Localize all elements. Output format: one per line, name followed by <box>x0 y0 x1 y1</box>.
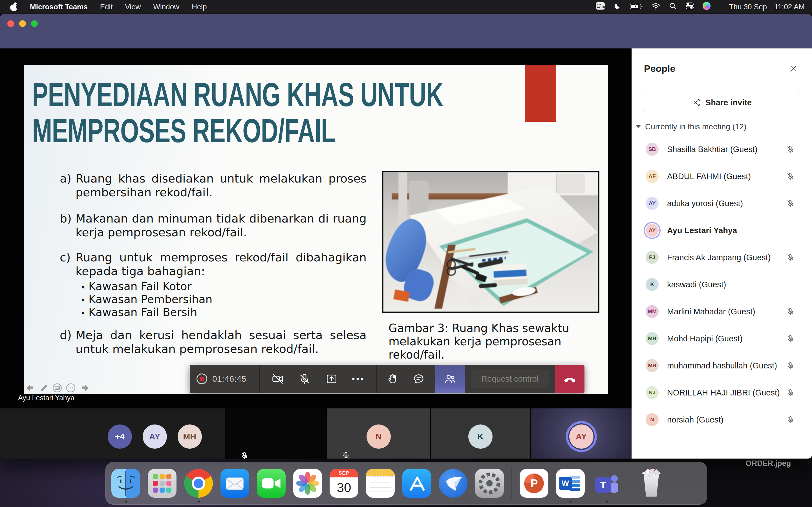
participant-avatar: N <box>646 413 659 426</box>
dock-item-launchpad[interactable] <box>148 469 176 498</box>
dock-item-calendar[interactable]: SEP30 <box>329 469 358 498</box>
dock-item-notes[interactable] <box>366 469 395 498</box>
menu-item-help[interactable]: Help <box>192 3 207 11</box>
dock-item-finder[interactable] <box>111 469 140 498</box>
dock-item-app-store[interactable] <box>402 469 431 498</box>
menu-item-edit[interactable]: Edit <box>100 3 113 11</box>
slide-title: PENYEDIAAN RUANG KHAS UNTUK MEMPROSES RE… <box>32 76 443 149</box>
status-icons: ⌘ <box>596 2 719 12</box>
menu-item-view[interactable]: View <box>125 3 141 11</box>
participant-avatar: AF <box>646 170 659 183</box>
raise-hand-button[interactable] <box>384 370 402 388</box>
participant-name: Ayu Lestari Yahya <box>667 226 737 235</box>
input-source-icon[interactable]: ⌘ <box>596 2 605 10</box>
menu-bar-clock[interactable]: Thu 30 Sep 11:02 AM <box>729 3 805 11</box>
running-indicator-dot <box>606 501 608 503</box>
close-window-button[interactable] <box>7 20 14 27</box>
participant-name: kaswadi (Guest) <box>667 280 726 289</box>
mic-off-button[interactable] <box>296 370 313 388</box>
dock-item-settings[interactable] <box>475 469 504 498</box>
presenter-annotation-toolbar <box>26 383 89 393</box>
request-control-button[interactable]: Request control <box>471 370 549 388</box>
participant-row[interactable]: NJNORILLAH HAJI JIBRI (Guest) <box>631 379 812 406</box>
hang-up-icon <box>562 372 577 386</box>
dock-item-teams[interactable]: T <box>592 469 621 498</box>
previous-slide-icon[interactable] <box>26 384 36 392</box>
slide-item-label: d) <box>60 328 75 356</box>
more-tools-icon[interactable] <box>66 383 75 393</box>
active-app-menu[interactable]: Microsoft Teams <box>30 3 88 11</box>
participant-mic-muted <box>786 388 795 397</box>
pen-icon[interactable] <box>40 383 49 392</box>
dock-item-trash[interactable] <box>637 469 666 498</box>
participant-mic-muted <box>786 334 795 343</box>
chat-button[interactable] <box>410 370 428 388</box>
slide-sub-bullet: Kawasan Pembersihan <box>75 293 366 306</box>
wifi-icon[interactable] <box>651 3 660 10</box>
control-center-icon[interactable] <box>685 2 694 10</box>
next-slide-icon[interactable] <box>80 384 89 392</box>
slide-list-item-a: a)Ruang khas disediakan untuk melakukan … <box>60 172 366 200</box>
slide-item-text: Meja dan kerusi hendaklah sesuai serta s… <box>75 328 366 356</box>
dock-item-word[interactable]: W <box>556 469 585 498</box>
zoom-window-button[interactable] <box>31 20 38 27</box>
share-screen-button[interactable] <box>322 370 341 388</box>
dock-item-powerpoint[interactable]: P <box>520 469 548 498</box>
more-actions-button[interactable]: ••• <box>349 370 367 388</box>
dock-item-chrome[interactable] <box>184 469 213 498</box>
menu-items: EditViewWindowHelp <box>100 3 219 11</box>
participant-row[interactable]: MMMarlini Mahadar (Guest) <box>631 298 812 325</box>
menu-item-window[interactable]: Window <box>153 3 179 11</box>
tile-avatar: MH <box>177 425 202 449</box>
siri-icon[interactable] <box>703 2 711 10</box>
hang-up-button[interactable] <box>555 365 585 393</box>
mic-off-icon <box>786 253 795 262</box>
participant-row[interactable]: MHMohd Hapipi (Guest) <box>631 325 812 352</box>
mic-off-icon <box>786 334 795 343</box>
participant-row[interactable]: Nnorsiah (Guest) <box>631 406 812 433</box>
dock-item-photos[interactable] <box>293 469 322 498</box>
participant-mic-muted <box>786 307 795 316</box>
dock-item-thunderbird[interactable] <box>439 469 467 498</box>
tile-avatar: AY <box>569 425 594 449</box>
spotlight-icon[interactable] <box>669 2 677 10</box>
share-invite-button[interactable]: Share invite <box>644 93 800 112</box>
video-tile[interactable]: +4AYMH <box>0 408 225 459</box>
participant-row[interactable]: AYaduka yorosi (Guest) <box>631 190 812 217</box>
participant-row[interactable]: SBShasilla Bakhtiar (Guest) <box>631 136 812 163</box>
minimize-window-button[interactable] <box>19 20 26 27</box>
tile-avatar: K <box>468 425 493 449</box>
participant-row[interactable]: FJFrancis Ak Jampang (Guest) <box>631 244 812 271</box>
participant-avatar: AY <box>646 197 659 210</box>
participant-avatar: MH <box>646 359 659 372</box>
participant-row[interactable]: MHmuhammad hasbullah (Guest) <box>631 352 812 379</box>
photo-caption: Gambar 3: Ruang Khas sewaktu melakukan k… <box>389 322 607 361</box>
section-label: Currently in this meeting (12) <box>645 122 746 131</box>
mic-off-icon <box>786 388 795 397</box>
dock-item-facetime[interactable] <box>257 469 286 498</box>
camera-off-button[interactable] <box>269 370 287 388</box>
people-button-active[interactable] <box>435 365 465 393</box>
participant-row[interactable]: AFABDUL FAHMI (Guest) <box>631 163 812 190</box>
video-tile-active-speaker[interactable]: AY <box>531 408 631 459</box>
video-tile[interactable] <box>225 408 326 459</box>
slide-panel-icon[interactable] <box>52 383 62 393</box>
people-panel-title: People <box>644 63 675 74</box>
close-people-panel-button[interactable] <box>788 64 799 74</box>
meeting-roster-section-header[interactable]: Currently in this meeting (12) <box>636 122 746 131</box>
do-not-disturb-icon[interactable] <box>613 2 621 10</box>
apple-menu-icon[interactable] <box>10 3 17 11</box>
battery-icon[interactable] <box>630 3 643 10</box>
video-tile[interactable]: K <box>431 408 530 459</box>
video-tile[interactable]: N <box>327 408 430 459</box>
share-icon <box>693 98 701 107</box>
participant-name: ABDUL FAHMI (Guest) <box>667 172 751 181</box>
dock-divider <box>629 468 629 499</box>
slide-item-label: a) <box>60 172 75 200</box>
participant-row[interactable]: AYAyu Lestari Yahya <box>631 217 812 244</box>
participant-row[interactable]: Kkaswadi (Guest) <box>631 271 812 298</box>
participant-name: Mohd Hapipi (Guest) <box>667 334 743 343</box>
people-panel: People Share invite Currently in this me… <box>631 48 812 459</box>
tile-mic-muted-icon <box>240 451 249 459</box>
dock-item-mail[interactable] <box>220 469 249 498</box>
